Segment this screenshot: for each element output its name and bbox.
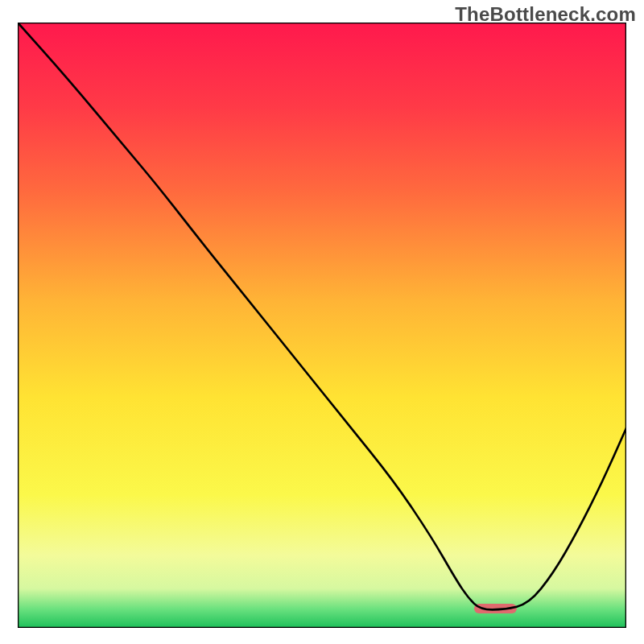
chart-root: TheBottleneck.com xyxy=(0,0,644,644)
plot-svg xyxy=(18,23,626,628)
bottleneck-plot xyxy=(18,23,626,628)
background-gradient xyxy=(18,23,626,628)
